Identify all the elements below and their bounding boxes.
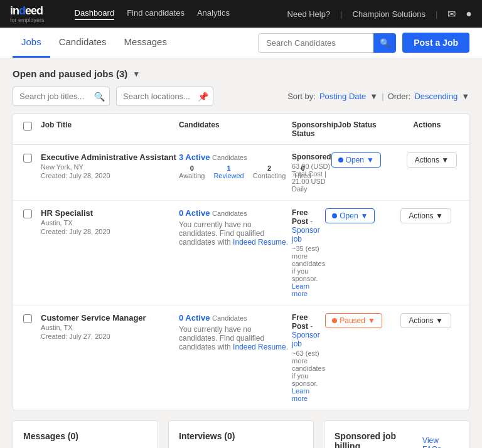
bottom-panels: Messages (0) No messages to review! Inte… <box>13 420 469 448</box>
messages-panel: Messages (0) No messages to review! <box>13 420 158 448</box>
table-row: Customer Service Manager Austin, TX Crea… <box>13 306 469 410</box>
post-job-button[interactable]: Post a Job <box>402 33 469 53</box>
interviews-panel-title: Interviews (0) <box>179 431 303 441</box>
row2-job-title[interactable]: HR Specialist <box>41 208 179 218</box>
row2-candidates-label: Candidates <box>212 210 247 217</box>
order-label: Order: <box>388 92 411 101</box>
row1-reviewed-label: Reviewed <box>213 172 244 179</box>
row1-checkbox[interactable] <box>23 154 32 163</box>
row1-job-created: Created: July 28, 2020 <box>41 172 179 179</box>
th-job-status: Job Status <box>338 120 413 138</box>
row3-actions-button[interactable]: Actions ▼ <box>400 313 451 328</box>
row1-status-button[interactable]: Open ▼ <box>331 152 381 168</box>
row3-sponsor-link[interactable]: Sponsor job <box>292 331 320 348</box>
tab-candidates[interactable]: Candidates <box>50 28 115 58</box>
row3-sponsorship-cell: Free Post - Sponsor job ~63 (est) more c… <box>292 313 325 402</box>
row1-status-label: Open <box>346 156 364 164</box>
row1-contacting-num: 2 <box>267 164 271 172</box>
row1-status-cell: Open ▼ <box>331 152 407 168</box>
top-nav-links: Dashboard Find candidates Analytics <box>75 8 287 20</box>
table-row: HR Specialist Austin, TX Created: July 2… <box>13 201 469 306</box>
row2-indeed-resume-link[interactable]: Indeed Resume <box>233 238 286 247</box>
row3-learn-more-link[interactable]: Learn more <box>292 387 309 402</box>
order-value[interactable]: Descending <box>414 92 458 101</box>
row2-sponsorship-detail: ~35 (est) more candidates if you sponsor… <box>292 245 325 282</box>
row2-status-button[interactable]: Open ▼ <box>325 208 375 223</box>
row3-active-candidates[interactable]: 0 Active <box>179 313 210 323</box>
search-title-icon: 🔍 <box>94 92 105 102</box>
row3-status-chevron: ▼ <box>368 316 375 325</box>
billing-panel: Sponsored job billing View FAQs Total $0… <box>324 420 469 448</box>
row3-job-created: Created: July 27, 2020 <box>41 333 179 340</box>
th-sponsorship: Sponsorship Status <box>292 120 338 138</box>
row1-job-location: New York, NY <box>41 163 179 171</box>
top-nav-right: Need Help? | Champion Solutions | ✉ ● <box>287 8 472 20</box>
nav-analytics[interactable]: Analytics <box>197 8 230 20</box>
table-row: Executive Administrative Assistant New Y… <box>13 145 469 201</box>
sub-nav-search-area: 🔍 Post a Job <box>258 33 469 53</box>
row1-reviewed-num: 1 <box>227 164 230 172</box>
row2-active-candidates[interactable]: 0 Active <box>179 208 210 218</box>
row2-status-label: Open <box>340 211 358 220</box>
row2-job-location: Austin, TX <box>41 219 179 227</box>
row3-job-title[interactable]: Customer Service Manager <box>41 313 179 323</box>
row3-free-post-tag: Free Post <box>292 313 308 331</box>
jobs-header: Open and paused jobs (3) ▼ <box>13 68 469 79</box>
sort-label: Sort by: <box>287 92 316 101</box>
row1-candidates-label: Candidates <box>212 154 247 161</box>
interviews-panel: Interviews (0) <box>168 420 314 448</box>
row1-sponsorship-detail: 63.00 (USD) Total Cost | 21.00 USD Daily <box>292 163 331 193</box>
view-faqs-link[interactable]: View FAQs <box>422 436 459 448</box>
row1-job-info: Executive Administrative Assistant New Y… <box>41 152 179 179</box>
row3-candidates-label: Candidates <box>212 314 247 322</box>
row1-job-title[interactable]: Executive Administrative Assistant <box>41 152 179 162</box>
row2-candidates-cell: 0 Active Candidates You currently have n… <box>179 208 292 249</box>
nav-dashboard[interactable]: Dashboard <box>75 8 115 20</box>
indeed-logo: indeed <box>10 4 56 18</box>
table-header-row: Job Title Candidates Sponsorship Status … <box>13 114 469 145</box>
filters-bar: 🔍 📌 Sort by: Posting Date ▼ | Order: Des… <box>13 87 469 106</box>
sort-value[interactable]: Posting Date <box>319 92 366 101</box>
top-navigation: indeed for employers Dashboard Find cand… <box>0 0 482 28</box>
row1-candidates-breakdown: 0Awaiting 1Reviewed 2Contacting 0Hired <box>179 164 311 179</box>
tab-messages[interactable]: Messages <box>115 28 176 58</box>
row1-status-chevron: ▼ <box>367 156 374 164</box>
row2-learn-more-link[interactable]: Learn more <box>292 282 309 297</box>
search-candidates-button[interactable]: 🔍 <box>373 33 396 53</box>
messages-panel-title: Messages (0) <box>23 431 147 441</box>
order-dropdown-icon[interactable]: ▼ <box>461 92 469 101</box>
row2-sponsorship-cell: Free Post - Sponsor job ~35 (est) more c… <box>292 208 325 297</box>
row3-indeed-resume-link[interactable]: Indeed Resume <box>233 343 286 351</box>
row3-status-button[interactable]: Paused ▼ <box>325 313 382 328</box>
user-icon[interactable]: ● <box>466 8 472 19</box>
row1-candidates-cell: 3 Active Candidates 0Awaiting 1Reviewed … <box>179 152 292 179</box>
row3-sponsorship-detail: ~63 (est) more candidates if you sponsor… <box>292 349 325 387</box>
row1-awaiting-label: Awaiting <box>179 172 205 179</box>
row2-actions-button[interactable]: Actions ▼ <box>400 208 451 223</box>
row1-actions-button[interactable]: Actions ▼ <box>407 152 458 168</box>
need-help-link[interactable]: Need Help? <box>287 9 331 19</box>
row3-checkbox[interactable] <box>23 314 32 323</box>
filters-right: Sort by: Posting Date ▼ | Order: Descend… <box>287 92 469 101</box>
row2-actions-cell: Actions ▼ <box>400 208 463 223</box>
sort-dropdown-icon[interactable]: ▼ <box>370 92 378 101</box>
job-location-search-wrap: 📌 <box>116 87 213 106</box>
tab-jobs[interactable]: Jobs <box>13 28 50 58</box>
row3-no-candidates-msg: You currently have no candidates. Find q… <box>179 323 292 354</box>
row1-status-dot <box>338 157 343 163</box>
main-content: Open and paused jobs (3) ▼ 🔍 📌 Sort by: … <box>0 58 482 448</box>
select-all-checkbox[interactable] <box>23 122 32 131</box>
row2-job-created: Created: July 28, 2020 <box>41 228 179 235</box>
jobs-dropdown-arrow[interactable]: ▼ <box>132 70 140 78</box>
nav-find-candidates[interactable]: Find candidates <box>127 8 185 20</box>
billing-panel-title: Sponsored job billing <box>335 431 422 448</box>
row3-status-dot <box>332 318 337 323</box>
row2-checkbox[interactable] <box>23 210 32 218</box>
row2-status-dot <box>332 213 337 218</box>
jobs-table: Job Title Candidates Sponsorship Status … <box>13 114 469 410</box>
row2-sponsor-link[interactable]: Sponsor job <box>292 226 320 243</box>
row1-contacting-label: Contacting <box>253 172 286 179</box>
champion-solutions-link[interactable]: Champion Solutions <box>353 9 426 19</box>
row1-active-candidates[interactable]: 3 Active <box>179 152 210 162</box>
message-icon[interactable]: ✉ <box>447 8 456 20</box>
